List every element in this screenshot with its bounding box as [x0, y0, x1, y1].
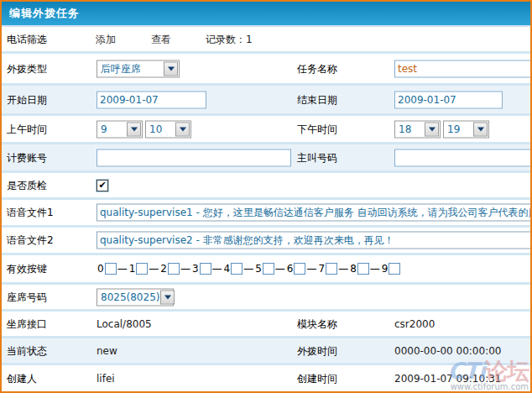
billing-account-input[interactable]: [96, 149, 291, 166]
key-2-checkbox[interactable]: [168, 263, 180, 275]
key-separator: —: [370, 263, 380, 275]
caller-number-input[interactable]: [394, 149, 532, 166]
key-separator: —: [243, 263, 253, 275]
pm-from-value: 18: [399, 123, 411, 135]
chevron-down-icon: [473, 122, 488, 136]
edit-outbound-task-window: 编辑外拨任务 电话筛选 添加 查看 记录数：1 外拨类型 后呼座席 任务名称 开…: [0, 0, 532, 393]
chevron-down-icon: [160, 290, 175, 304]
key-digit-9: 9: [382, 263, 389, 275]
billing-account-label: 计费账号: [7, 150, 47, 165]
dial-time-label: 外拨时间: [297, 343, 337, 358]
voice-file2-label: 语音文件2: [7, 233, 54, 248]
pm-to-value: 19: [447, 123, 460, 135]
agent-number-select[interactable]: 8025(8025): [96, 288, 174, 306]
dial-type-select[interactable]: 后呼座席: [96, 60, 180, 77]
key-5-checkbox[interactable]: [263, 263, 274, 275]
key-9-checkbox[interactable]: [389, 263, 400, 275]
key-separator: —: [180, 263, 190, 275]
current-status-value: new: [96, 345, 117, 357]
row-voice-file1: 语音文件1: [2, 200, 530, 228]
dial-type-value: 后呼座席: [101, 61, 141, 76]
key-0-checkbox[interactable]: [105, 263, 117, 275]
page-title-text: 编辑外拨任务: [9, 6, 80, 21]
agent-number-label: 座席号码: [7, 290, 47, 304]
dial-time-value: 0000-00-00 00:00:00: [394, 345, 501, 357]
module-name-label: 模块名称: [297, 317, 337, 331]
key-digit-1: 1: [129, 263, 136, 275]
am-to-select[interactable]: 10: [145, 120, 191, 138]
valid-keys-row-content: 0—1—2—3—4—5—6—7—8—9: [96, 263, 400, 275]
row-phone-filter: 电话筛选 添加 查看 记录数：1: [2, 27, 530, 54]
am-from-select[interactable]: 9: [96, 120, 143, 138]
key-digit-5: 5: [255, 263, 262, 275]
row-status: 当前状态 new 外拨时间 0000-00-00 00:00:00: [2, 338, 530, 365]
task-name-label: 任务名称: [297, 61, 337, 76]
am-to-value: 10: [149, 123, 162, 135]
add-phone-link[interactable]: 添加: [96, 32, 116, 46]
valid-keys-label: 有效按键: [7, 262, 47, 276]
agent-interface-value: Local/8005: [96, 318, 152, 330]
task-name-input[interactable]: [394, 60, 532, 77]
record-count: 记录数：1: [206, 32, 253, 46]
voice-file1-label: 语音文件1: [7, 206, 54, 220]
key-digit-6: 6: [287, 263, 294, 275]
pm-time-label: 下午时间: [297, 122, 337, 136]
quality-check-label: 是否质检: [7, 178, 47, 192]
chevron-down-icon: [175, 122, 190, 136]
row-quality-check: 是否质检: [2, 173, 530, 200]
key-separator: —: [306, 263, 316, 275]
creator-value: lifei: [96, 373, 115, 385]
key-8-checkbox[interactable]: [357, 263, 369, 275]
key-4-checkbox[interactable]: [231, 263, 243, 275]
am-time-label: 上午时间: [7, 122, 47, 136]
current-status-label: 当前状态: [7, 343, 47, 358]
row-dial-type: 外拨类型 后呼座席 任务名称: [2, 54, 530, 86]
key-digit-4: 4: [224, 263, 231, 275]
key-7-checkbox[interactable]: [326, 263, 337, 275]
module-name-value: csr2000: [394, 318, 435, 330]
key-digit-8: 8: [350, 263, 357, 275]
chevron-down-icon: [425, 122, 439, 136]
row-valid-keys: 有效按键 0—1—2—3—4—5—6—7—8—9: [2, 255, 530, 285]
row-dates: 开始日期 结束日期: [2, 86, 530, 116]
view-phone-link[interactable]: 查看: [151, 32, 171, 46]
create-time-value: 2009-01-07 09:10:31: [394, 373, 501, 385]
voice-file2-input[interactable]: [96, 232, 532, 249]
page-title: 编辑外拨任务: [2, 2, 530, 27]
pm-to-select[interactable]: 19: [443, 120, 489, 138]
key-separator: —: [275, 263, 285, 275]
row-voice-file2: 语音文件2: [2, 228, 530, 255]
agent-number-value: 8025(8025): [101, 291, 159, 303]
key-1-checkbox[interactable]: [136, 263, 148, 275]
voice-file1-input[interactable]: [96, 204, 532, 222]
caller-number-label: 主叫号码: [297, 150, 337, 165]
agent-interface-label: 坐席接口: [7, 317, 47, 331]
quality-check-checkbox[interactable]: [96, 180, 108, 191]
chevron-down-icon: [127, 122, 141, 136]
pm-from-select[interactable]: 18: [394, 120, 441, 138]
row-agent-interface: 坐席接口 Local/8005 模块名称 csr2000: [2, 312, 530, 338]
start-date-input[interactable]: [96, 91, 206, 108]
end-date-input[interactable]: [394, 91, 503, 108]
chevron-down-icon: [164, 61, 178, 76]
am-from-value: 9: [101, 123, 107, 135]
key-3-checkbox[interactable]: [200, 263, 211, 275]
phone-filter-label: 电话筛选: [7, 32, 47, 46]
key-digit-2: 2: [160, 263, 167, 275]
create-time-label: 创建时间: [297, 371, 337, 385]
key-separator: —: [117, 263, 128, 275]
start-date-label: 开始日期: [7, 92, 47, 107]
key-digit-0: 0: [97, 263, 104, 275]
key-separator: —: [149, 263, 159, 275]
dial-type-label: 外拨类型: [7, 61, 47, 76]
key-digit-3: 3: [192, 263, 199, 275]
key-digit-7: 7: [318, 263, 325, 275]
end-date-label: 结束日期: [297, 92, 337, 107]
row-billing: 计费账号 主叫号码: [2, 144, 530, 173]
key-separator: —: [212, 263, 222, 275]
row-creator: 创建人 lifei 创建时间 2009-01-07 09:10:31: [2, 365, 530, 391]
key-separator: —: [338, 263, 348, 275]
creator-label: 创建人: [7, 371, 37, 385]
key-6-checkbox[interactable]: [294, 263, 305, 275]
row-times: 上午时间 9 10 下午时间 18 19: [2, 116, 530, 144]
